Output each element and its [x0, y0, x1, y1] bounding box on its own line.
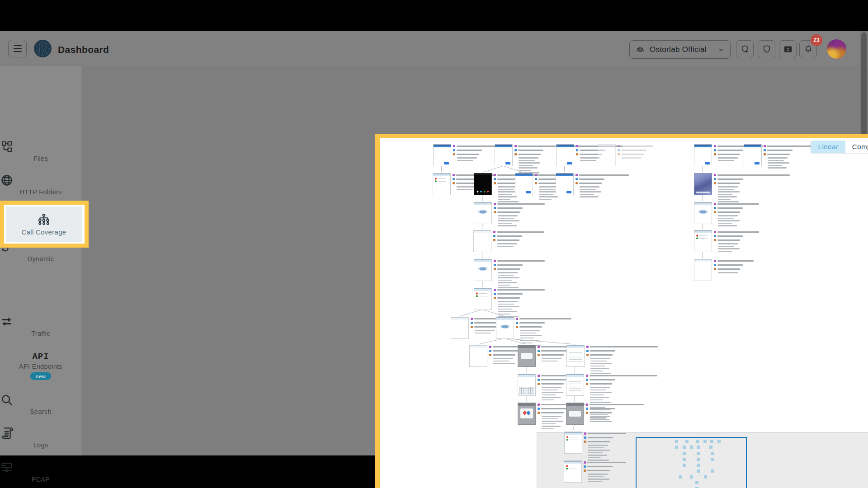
- annotation-line: [586, 354, 658, 356]
- graph-node[interactable]: [518, 345, 536, 367]
- graph-node[interactable]: [564, 432, 582, 454]
- annotation-icon: [493, 239, 495, 241]
- node-annotation: [714, 260, 754, 275]
- graph-node[interactable]: [744, 144, 762, 166]
- sidebar-item-search[interactable]: Search: [0, 393, 81, 415]
- annotation-bullet-bar: [542, 361, 558, 362]
- graph-node[interactable]: [474, 202, 492, 224]
- call-coverage-graph[interactable]: Linear Compact: [382, 141, 868, 488]
- graph-node[interactable]: [566, 345, 585, 367]
- annotation-icon: [586, 379, 588, 381]
- sidebar-item-pcap[interactable]: PCAP: [0, 461, 81, 483]
- graph-node[interactable]: [694, 173, 712, 195]
- annotation-icon: [453, 145, 455, 147]
- sidebar-item-http-folders[interactable]: HTTP Folders: [0, 174, 81, 196]
- annotation-bullet-bar: [519, 167, 538, 169]
- node-annotation: [714, 174, 790, 206]
- annotation-bullet-bar: [542, 418, 558, 420]
- graph-node[interactable]: [451, 317, 469, 339]
- sidebar-item-call-coverage[interactable]: Call Coverage: [6, 206, 82, 242]
- graph-node[interactable]: [566, 374, 584, 396]
- graph-node[interactable]: [495, 144, 513, 166]
- graph-node[interactable]: [556, 173, 574, 195]
- annotation-bullet-bar: [590, 358, 610, 359]
- sidebar-item-traffic[interactable]: Traffic: [0, 315, 81, 337]
- annotation-line: [586, 350, 658, 352]
- annotation-bullet-bar: [718, 220, 740, 221]
- graph-node[interactable]: [474, 259, 492, 281]
- graph-node[interactable]: [694, 202, 712, 224]
- annotation-icon: [586, 408, 588, 410]
- annotation-text-bar: [590, 346, 658, 347]
- new-scan-button[interactable]: [736, 40, 754, 58]
- annotation-text-bar: [474, 326, 497, 328]
- graph-node[interactable]: [518, 403, 536, 425]
- annotation-icon: [586, 346, 589, 348]
- annotation-bullet-bar: [590, 373, 611, 374]
- sidebar-item-label: Dynamic: [0, 255, 81, 263]
- node-annotation: [576, 174, 629, 199]
- annotation-bullet-bar: [497, 246, 514, 247]
- graph-node[interactable]: [474, 288, 492, 310]
- selection-rectangle[interactable]: [636, 437, 747, 488]
- annotation-icon: [584, 441, 586, 443]
- compact-toggle-button[interactable]: Compact: [845, 141, 868, 153]
- sidebar-item-files[interactable]: Files: [0, 140, 81, 162]
- annotation-text-bar: [518, 145, 586, 147]
- graph-node[interactable]: [469, 345, 487, 367]
- annotation-text-bar: [717, 178, 743, 180]
- annotation-line: [584, 465, 626, 468]
- annotation-bullet-bar: [590, 421, 612, 422]
- annotation-bullet-bar: [539, 194, 553, 195]
- annotation-icon: [494, 182, 496, 184]
- files-hierarchy-icon: [0, 140, 14, 154]
- annotation-icon: [453, 182, 455, 184]
- graph-node[interactable]: [433, 173, 451, 195]
- graph-node[interactable]: [496, 317, 514, 339]
- page-title: Dashboard: [58, 44, 109, 55]
- graph-node[interactable]: [566, 403, 584, 425]
- graph-node[interactable]: [598, 144, 616, 166]
- graph-node[interactable]: [518, 374, 536, 396]
- annotation-bullet-bar: [475, 333, 491, 334]
- graph-node[interactable]: [694, 230, 712, 252]
- annotation-icon: [586, 375, 588, 377]
- annotation-bullet-bar: [457, 189, 473, 190]
- annotation-bullet-bar: [580, 196, 599, 197]
- menu-button[interactable]: [8, 40, 27, 57]
- sidebar-item-logs[interactable]: Logs: [0, 426, 81, 449]
- graph-node[interactable]: [433, 144, 451, 166]
- graph-node[interactable]: [474, 173, 492, 195]
- annotation-bullet-bar: [542, 416, 561, 417]
- annotation-line: [618, 145, 653, 147]
- annotation-icon: [494, 260, 496, 262]
- graph-node[interactable]: [694, 144, 712, 166]
- sidebar-item-api-endpoints[interactable]: API API Endpoints new: [0, 352, 81, 380]
- graph-node[interactable]: [473, 230, 491, 252]
- annotation-text-bar: [717, 211, 740, 213]
- annotation-text-bar: [767, 154, 790, 155]
- annotation-bullet-bar: [498, 285, 510, 286]
- annotation-line: [494, 211, 545, 213]
- annotation-bullet-bar: [498, 215, 518, 216]
- annotation-line: [514, 149, 586, 151]
- annotation-icon: [586, 404, 588, 406]
- graph-node[interactable]: [694, 259, 712, 281]
- contact-card-button[interactable]: [779, 40, 797, 58]
- annotation-text-bar: [767, 150, 793, 151]
- organization-group-icon: [635, 45, 645, 55]
- annotation-bullet-bar: [498, 199, 510, 200]
- annotation-icon: [538, 412, 540, 414]
- annotation-text-bar: [541, 350, 566, 352]
- graph-node[interactable]: [515, 173, 533, 195]
- annotation-bullet-bar: [542, 392, 563, 393]
- scans-button[interactable]: [758, 40, 775, 58]
- graph-node[interactable]: [556, 144, 574, 166]
- annotation-icon: [576, 182, 578, 184]
- linear-toggle-button[interactable]: Linear: [811, 141, 845, 153]
- graph-node[interactable]: [564, 460, 582, 483]
- user-avatar[interactable]: [827, 39, 846, 59]
- annotation-bullet-bar: [520, 330, 540, 331]
- annotation-text-bar: [518, 150, 543, 151]
- organization-selector[interactable]: Ostorlab Official: [629, 40, 731, 59]
